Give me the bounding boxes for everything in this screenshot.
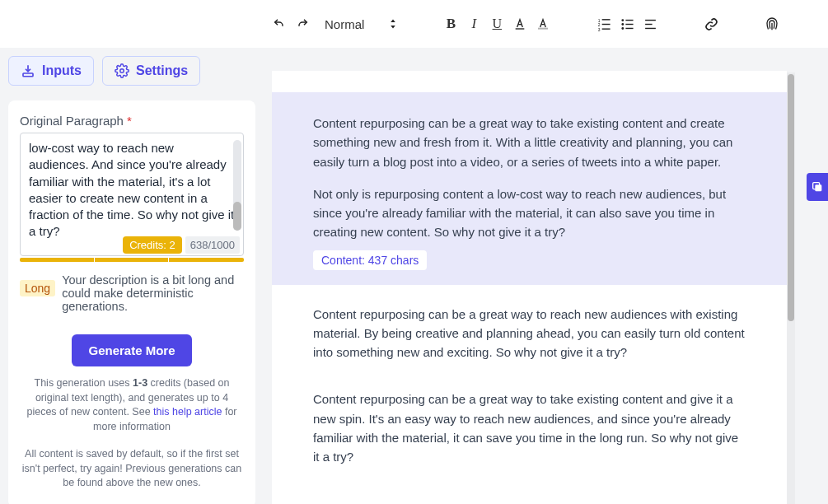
highlight-icon[interactable] xyxy=(536,16,550,31)
tab-inputs-label: Inputs xyxy=(42,63,82,78)
bold-icon[interactable]: B xyxy=(443,16,458,31)
redo-icon[interactable] xyxy=(295,16,310,31)
undo-icon[interactable] xyxy=(272,16,287,31)
field-label: Original Paragraph * xyxy=(20,114,244,128)
format-label: Normal xyxy=(325,17,364,31)
help-text-credits: This generation uses 1-3 credits (based … xyxy=(20,376,244,434)
svg-rect-15 xyxy=(645,23,653,24)
textarea-scrollbar[interactable] xyxy=(233,140,241,231)
italic-icon[interactable]: I xyxy=(466,16,481,31)
output1-p2: Not only is repurposing content a low-co… xyxy=(313,184,746,242)
editor-scrollbar[interactable] xyxy=(787,72,795,504)
editor-toolbar: Normal B I U 123 xyxy=(0,0,828,48)
length-bar xyxy=(20,258,244,262)
svg-rect-6 xyxy=(602,23,610,24)
selected-output-block[interactable]: Content repurposing can be a great way t… xyxy=(272,92,787,285)
svg-text:3: 3 xyxy=(598,28,601,31)
tab-inputs[interactable]: Inputs xyxy=(8,56,94,86)
warn-tag: Long xyxy=(20,280,55,296)
ordered-list-icon[interactable]: 123 xyxy=(596,16,611,31)
original-paragraph-textarea[interactable]: low-cost way to reach new audiences. And… xyxy=(20,133,244,256)
svg-rect-14 xyxy=(645,19,656,20)
output-editor: Content repurposing can be a great way t… xyxy=(272,71,787,504)
format-dropdown[interactable]: Normal xyxy=(325,17,397,31)
svg-rect-11 xyxy=(625,19,633,20)
copy-floating-button[interactable] xyxy=(807,173,828,201)
help-text-saved: All content is saved by default, so if t… xyxy=(20,447,244,491)
warn-text: Your description is a bit long and could… xyxy=(62,273,244,313)
svg-rect-12 xyxy=(625,23,633,24)
bullet-list-icon[interactable] xyxy=(620,16,634,31)
svg-rect-1 xyxy=(538,28,548,30)
link-icon[interactable] xyxy=(704,16,718,31)
svg-point-9 xyxy=(621,23,624,26)
underline-icon[interactable]: U xyxy=(489,16,504,31)
svg-point-8 xyxy=(621,19,624,21)
svg-rect-0 xyxy=(516,28,525,29)
svg-rect-16 xyxy=(645,27,656,28)
svg-rect-7 xyxy=(602,28,610,29)
svg-text:2: 2 xyxy=(598,23,601,27)
output-block-2[interactable]: Content repurposing can be a great way t… xyxy=(272,285,787,382)
output1-p1: Content repurposing can be a great way t… xyxy=(313,114,746,171)
svg-rect-13 xyxy=(625,27,633,28)
svg-point-10 xyxy=(621,27,624,30)
input-panel: Original Paragraph * low-cost way to rea… xyxy=(8,100,255,504)
fingerprint-icon[interactable] xyxy=(765,16,779,31)
svg-point-18 xyxy=(120,69,124,73)
svg-rect-5 xyxy=(602,19,610,20)
svg-text:1: 1 xyxy=(598,18,601,22)
help-article-link[interactable]: this help article xyxy=(153,406,222,418)
svg-rect-19 xyxy=(815,184,821,191)
credits-badge: Credits: 2 xyxy=(123,236,182,254)
svg-rect-17 xyxy=(23,73,33,77)
output-block-3[interactable]: Content repurposing can be a great way t… xyxy=(272,381,787,486)
tab-settings[interactable]: Settings xyxy=(102,56,200,86)
char-count: 638/1000 xyxy=(185,236,240,254)
text-color-icon[interactable] xyxy=(512,16,527,31)
length-warning: Long Your description is a bit long and … xyxy=(20,273,244,313)
align-icon[interactable] xyxy=(643,16,657,31)
tab-settings-label: Settings xyxy=(136,63,188,78)
content-char-badge: Content: 437 chars xyxy=(313,250,427,270)
generate-more-button[interactable]: Generate More xyxy=(72,334,191,366)
